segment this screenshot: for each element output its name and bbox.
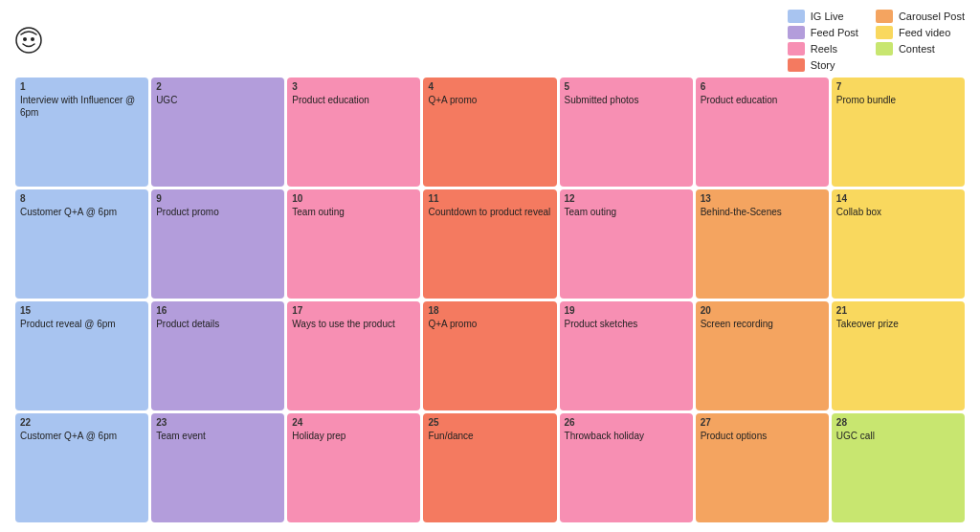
cal-event-text: Submitted photos: [565, 94, 688, 106]
calendar-cell: 1Interview with Influencer @ 6pm: [15, 78, 148, 187]
cal-event-text: Holiday prep: [292, 430, 415, 442]
calendar-cell: 2UGC: [151, 78, 284, 187]
calendar-cell: 11Countdown to product reveal: [423, 189, 556, 299]
cal-day-number: 16: [156, 305, 279, 316]
svg-point-2: [31, 37, 34, 41]
calendar-cell: 18Q+A promo: [423, 301, 556, 410]
legend-swatch: [876, 42, 893, 55]
calendar-cell: 7Promo bundle: [832, 78, 965, 187]
calendar-cell: 16Product details: [151, 301, 284, 410]
legend-label: IG Live: [811, 11, 844, 22]
legend-item: Reels: [788, 42, 858, 55]
calendar-cell: 25Fun/dance: [423, 413, 556, 522]
logo-row: [15, 27, 48, 54]
cal-day-number: 9: [156, 193, 279, 204]
cal-event-text: Screen recording: [701, 318, 824, 330]
cal-day-number: 14: [836, 193, 960, 204]
cal-day-number: 11: [428, 193, 551, 204]
calendar-cell: 24Holiday prep: [287, 413, 420, 522]
cal-event-text: Collab box: [836, 206, 960, 218]
cal-day-number: 18: [428, 305, 551, 316]
cal-day-number: 27: [701, 417, 824, 428]
cal-event-text: Fun/dance: [428, 430, 551, 442]
legend-label: Story: [811, 59, 835, 71]
legend-label: Feed video: [899, 27, 950, 38]
legend-swatch: [876, 10, 893, 23]
cal-event-text: Customer Q+A @ 6pm: [20, 430, 144, 442]
calendar-cell: 19Product sketches: [560, 301, 693, 410]
legend-item: Story: [788, 58, 858, 72]
cal-event-text: Throwback holiday: [565, 430, 688, 442]
cal-event-text: Product education: [292, 94, 415, 106]
cal-day-number: 4: [428, 81, 551, 92]
cal-event-text: Q+A promo: [428, 94, 551, 106]
legend-item: Contest: [876, 42, 965, 55]
cal-day-number: 7: [836, 81, 960, 92]
legend-item: Carousel Post: [876, 10, 965, 23]
cal-day-number: 22: [20, 417, 144, 428]
cal-day-number: 17: [292, 305, 415, 316]
cal-day-number: 21: [836, 305, 960, 316]
calendar-cell: 20Screen recording: [696, 301, 829, 410]
calendar-cell: 23Team event: [151, 413, 284, 522]
legend-label: Reels: [811, 43, 837, 55]
cal-day-number: 2: [156, 81, 279, 92]
cal-event-text: Behind-the-Scenes: [701, 206, 824, 218]
cal-event-text: Product education: [701, 94, 824, 106]
cal-event-text: UGC call: [836, 430, 960, 442]
calendar-cell: 21Takeover prize: [832, 301, 965, 410]
calendar: 1Interview with Influencer @ 6pm2UGC3Pro…: [15, 78, 965, 522]
calendar-cell: 27Product options: [696, 413, 829, 522]
cal-day-number: 15: [20, 305, 144, 316]
cal-event-text: Q+A promo: [428, 318, 551, 330]
cal-event-text: Promo bundle: [836, 94, 960, 106]
legend-swatch: [788, 26, 805, 39]
header: IG LiveCarousel PostFeed PostFeed videoR…: [15, 10, 965, 72]
calendar-cell: 6Product education: [696, 78, 829, 187]
cal-event-text: UGC: [156, 94, 279, 106]
cal-event-text: Customer Q+A @ 6pm: [20, 206, 144, 218]
cal-day-number: 26: [565, 417, 688, 428]
cal-event-text: Product options: [701, 430, 824, 442]
cal-event-text: Team event: [156, 430, 279, 442]
header-left: [15, 27, 48, 55]
calendar-cell: 4Q+A promo: [423, 78, 556, 187]
cal-day-number: 23: [156, 417, 279, 428]
cal-day-number: 3: [292, 81, 415, 92]
cal-day-number: 19: [565, 305, 688, 316]
calendar-cell: 22Customer Q+A @ 6pm: [15, 413, 148, 522]
calendar-cell: 28UGC call: [832, 413, 965, 522]
calendar-cell: 10Team outing: [287, 189, 420, 299]
cal-event-text: Interview with Influencer @ 6pm: [20, 94, 144, 119]
cal-day-number: 13: [701, 193, 824, 204]
legend-item: Feed video: [876, 26, 965, 39]
legend-item: Feed Post: [788, 26, 858, 39]
cal-day-number: 8: [20, 193, 144, 204]
cal-day-number: 6: [701, 81, 824, 92]
cal-day-number: 24: [292, 417, 415, 428]
legend-swatch: [788, 58, 805, 72]
cal-event-text: Team outing: [565, 206, 688, 218]
calendar-cell: 12Team outing: [560, 189, 693, 299]
cal-event-text: Ways to use the product: [292, 318, 415, 330]
page: IG LiveCarousel PostFeed PostFeed videoR…: [0, 0, 980, 532]
calendar-cell: 9Product promo: [151, 189, 284, 299]
svg-point-1: [23, 37, 27, 41]
cal-event-text: Product reveal @ 6pm: [20, 318, 144, 330]
manychat-logo-icon: [15, 27, 42, 54]
cal-day-number: 25: [428, 417, 551, 428]
legend-swatch: [788, 10, 805, 23]
legend-label: Contest: [899, 43, 935, 55]
cal-day-number: 12: [565, 193, 688, 204]
cal-day-number: 10: [292, 193, 415, 204]
cal-event-text: Countdown to product reveal: [428, 206, 551, 218]
calendar-cell: 17Ways to use the product: [287, 301, 420, 410]
cal-day-number: 5: [565, 81, 688, 92]
cal-event-text: Product sketches: [565, 318, 688, 330]
cal-event-text: Takeover prize: [836, 318, 960, 330]
calendar-cell: 14Collab box: [832, 189, 965, 299]
legend: IG LiveCarousel PostFeed PostFeed videoR…: [788, 10, 965, 72]
legend-swatch: [876, 26, 893, 39]
legend-label: Feed Post: [811, 27, 858, 38]
cal-day-number: 20: [701, 305, 824, 316]
